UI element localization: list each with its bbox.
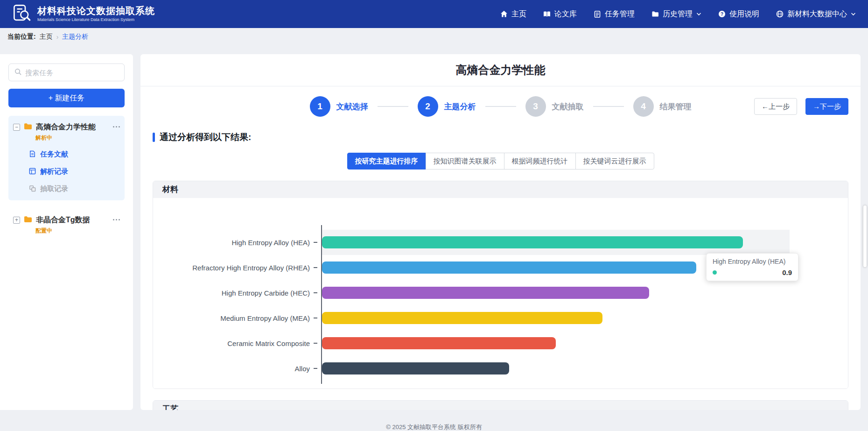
- folder-icon: [24, 216, 32, 225]
- sidebar-item-task-docs[interactable]: 任务文献: [10, 146, 123, 163]
- bar-area: [322, 230, 790, 255]
- material-chart-rows: High Entropy Alloy (HEA)Refractory High …: [153, 230, 848, 381]
- bar-area: [322, 331, 790, 356]
- footer-copyright: © 2025 文献抽取平台系统 版权所有: [0, 415, 868, 431]
- new-task-button[interactable]: + 新建任务: [8, 89, 125, 107]
- material-bar-chart: High Entropy Alloy (HEA)Refractory High …: [153, 198, 848, 389]
- bar-area: [322, 280, 790, 305]
- material-result-card: 材料 High Entropy Alloy (HEA)Refractory Hi…: [153, 181, 848, 389]
- task-status-badge: 解析中: [35, 134, 109, 142]
- bar[interactable]: [322, 287, 649, 299]
- task-group-row[interactable]: − 高熵合金力学性能 解析中: [10, 119, 123, 146]
- step-label: 结果管理: [660, 101, 692, 112]
- axis-tick: [314, 368, 317, 369]
- top-navbar: 材料科技论文数据抽取系统 Materials Science Literatur…: [0, 0, 868, 28]
- bar[interactable]: [322, 236, 743, 248]
- task-search-input[interactable]: [25, 69, 119, 77]
- search-icon: [14, 68, 21, 77]
- step-number: 1: [310, 96, 330, 117]
- chart-row[interactable]: Alloy: [153, 356, 848, 381]
- nav-item-tasks[interactable]: 任务管理: [594, 9, 635, 19]
- nav-item-library[interactable]: 论文库: [543, 9, 577, 19]
- home-icon: [500, 10, 508, 18]
- nav-item-label: 新材料大数据中心: [787, 9, 847, 19]
- task-name: 非晶合金Tg数据: [36, 215, 90, 225]
- chart-row[interactable]: High Entropy Alloy (HEA): [153, 230, 848, 255]
- step-result-management[interactable]: 4 结果管理: [633, 96, 692, 117]
- accent-bar: [153, 133, 155, 142]
- step-literature-selection[interactable]: 1 文献选择: [310, 96, 368, 117]
- card-title-process: 工艺: [153, 401, 848, 410]
- next-step-button[interactable]: →下一步: [805, 98, 848, 115]
- chart-category-label: Ceramic Matrix Composite: [153, 339, 314, 347]
- breadcrumb: 当前位置: 主页 › 主题分析: [0, 28, 868, 46]
- tab-word-frequency[interactable]: 根据词频进行统计: [504, 153, 576, 170]
- breadcrumb-home[interactable]: 主页: [40, 33, 53, 41]
- chevron-down-icon: [696, 12, 701, 16]
- step-connector: [378, 106, 408, 107]
- nav-item-label: 使用说明: [729, 9, 759, 19]
- view-tabs: 按研究主题进行排序 按知识图谱关联展示 根据词频进行统计 按关键词云进行展示: [140, 153, 861, 170]
- task-status-badge: 配置中: [35, 227, 109, 235]
- task-group-row[interactable]: + 非晶合金Tg数据 配置中: [10, 212, 123, 239]
- bar-area: [322, 305, 790, 331]
- sidebar-item-extract-records[interactable]: 抽取记录: [10, 180, 123, 198]
- axis-tick: [314, 318, 317, 318]
- bar[interactable]: [322, 312, 602, 324]
- nav-menu: 主页 论文库 任务管理 历史管理 ? 使用说: [500, 9, 856, 19]
- bar[interactable]: [322, 337, 556, 349]
- task-menu-icon[interactable]: [113, 219, 120, 220]
- card-title-material: 材料: [153, 181, 848, 198]
- breadcrumb-prefix: 当前位置:: [7, 33, 36, 41]
- task-search-box[interactable]: [8, 64, 125, 81]
- sidebar-item-parse-records[interactable]: 解析记录: [10, 163, 123, 180]
- tooltip-value: 0.9: [717, 268, 792, 276]
- task-group-collapsed: + 非晶合金Tg数据 配置中: [8, 209, 125, 241]
- stepper: 1 文献选择 2 主题分析 3 文献抽取 4 结果管理 ←上一步 →下一步: [140, 86, 861, 127]
- breadcrumb-current[interactable]: 主题分析: [62, 33, 88, 41]
- nav-item-help[interactable]: ? 使用说明: [718, 9, 759, 19]
- chart-tooltip: High Entropy Alloy (HEA) 0.9: [706, 253, 798, 281]
- breadcrumb-separator: ›: [56, 33, 59, 41]
- sidebar-item-label: 解析记录: [40, 167, 68, 176]
- collapse-expander-icon[interactable]: −: [13, 124, 20, 131]
- nav-item-home[interactable]: 主页: [500, 9, 526, 19]
- chart-category-label: Medium Entropy Alloy (MEA): [153, 314, 314, 322]
- task-name: 高熵合金力学性能: [36, 122, 96, 132]
- sidebar-item-label: 任务文献: [40, 150, 68, 159]
- step-connector: [485, 106, 516, 107]
- tab-knowledge-graph[interactable]: 按知识图谱关联展示: [426, 153, 504, 170]
- process-result-card: 工艺: [153, 400, 848, 410]
- step-label: 主题分析: [444, 101, 476, 112]
- plus-icon: +: [49, 94, 53, 102]
- chevron-down-icon: [851, 12, 856, 16]
- nav-item-label: 任务管理: [605, 9, 635, 19]
- nav-item-datacenter[interactable]: 新材料大数据中心: [776, 9, 856, 19]
- svg-text:?: ?: [721, 12, 723, 17]
- new-task-label: 新建任务: [55, 93, 84, 103]
- document-icon: [29, 150, 36, 159]
- expand-expander-icon[interactable]: +: [13, 217, 20, 224]
- step-number: 4: [633, 96, 654, 117]
- step-literature-extraction[interactable]: 3 文献抽取: [525, 96, 584, 117]
- nav-item-history[interactable]: 历史管理: [651, 9, 701, 19]
- tooltip-dot: [713, 270, 717, 275]
- bar[interactable]: [322, 362, 509, 374]
- bar[interactable]: [322, 261, 696, 274]
- step-connector: [593, 106, 624, 107]
- step-topic-analysis[interactable]: 2 主题分析: [418, 96, 476, 117]
- chart-row[interactable]: Ceramic Matrix Composite: [153, 331, 848, 356]
- chart-category-label: Alloy: [153, 365, 314, 373]
- prev-step-button[interactable]: ←上一步: [754, 98, 797, 115]
- nav-item-label: 历史管理: [663, 9, 693, 19]
- chart-row[interactable]: Medium Entropy Alloy (MEA): [153, 305, 848, 331]
- tab-keyword-cloud[interactable]: 按关键词云进行展示: [575, 153, 654, 170]
- axis-tick: [314, 343, 317, 344]
- task-menu-icon[interactable]: [113, 126, 120, 127]
- page-scrollbar-thumb[interactable]: [863, 205, 867, 267]
- chart-row[interactable]: High Entropy Carbide (HEC): [153, 280, 848, 305]
- task-group-expanded: − 高熵合金力学性能 解析中 任务文献: [8, 116, 125, 200]
- page-title: 高熵合金力学性能: [140, 59, 861, 78]
- tab-sort-by-topic[interactable]: 按研究主题进行排序: [347, 153, 426, 170]
- chart-axis-line: [321, 225, 322, 384]
